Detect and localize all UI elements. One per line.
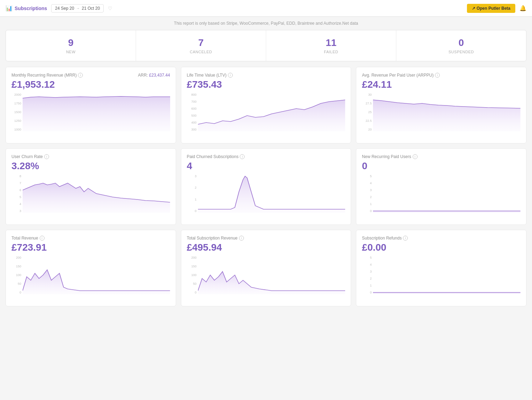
svg-marker-2	[373, 100, 521, 131]
info-icon[interactable]: i	[44, 154, 49, 159]
stat-failed: 11 FAILED	[266, 30, 396, 61]
stat-new: 9 NEW	[6, 30, 136, 61]
y-label: 1000	[14, 128, 21, 131]
y-label: 150	[16, 265, 21, 268]
cards-grid: Monthly Recurring Revenue (MRR) i ARR: £…	[0, 67, 532, 312]
notification-bell-icon[interactable]: 🔔	[519, 5, 526, 11]
card-title: Avg. Revenue Per Paid User (ARPPU) i	[362, 73, 440, 78]
favorite-button[interactable]: ♡	[108, 6, 112, 11]
card-title: Subscription Refunds i	[362, 236, 408, 241]
y-label: 2	[370, 277, 372, 280]
card-value: £0.00	[362, 242, 521, 253]
date-range-selector[interactable]: 24 Sep 20 → 21 Oct 20	[51, 4, 104, 13]
card-header: Avg. Revenue Per Paid User (ARPPU) i	[362, 73, 521, 78]
card-1: Life Time Value (LTV) i £735.43 80070060…	[181, 67, 351, 143]
y-label: 3	[370, 270, 372, 273]
card-header: Total Revenue i	[11, 236, 170, 241]
y-label: 20	[368, 128, 372, 131]
y-label: 700	[191, 100, 197, 103]
chart-area	[373, 174, 521, 213]
y-axis-labels: 3027.52522.520	[362, 93, 373, 131]
info-icon[interactable]: i	[228, 73, 233, 78]
card-header: User Churn Rate i	[11, 154, 170, 159]
chart-section: 543210	[362, 174, 521, 213]
info-bar: This report is only based on Stripe, Woo…	[0, 17, 532, 30]
stat-suspended-label: SUSPENDED	[400, 50, 523, 54]
info-icon[interactable]: i	[403, 236, 408, 241]
chart-section: 800700600500400300	[187, 93, 346, 131]
chart-area	[198, 93, 346, 131]
card-value: £495.94	[187, 242, 346, 253]
card-value: £723.91	[11, 242, 170, 253]
y-label: 150	[191, 265, 197, 268]
subscriptions-icon: 📊	[6, 5, 13, 11]
date-start: 24 Sep 20	[55, 6, 74, 11]
y-label: 3	[370, 188, 372, 192]
card-header: Total Subscription Revenue i	[187, 236, 346, 241]
stat-canceled: 7 CANCELED	[136, 30, 266, 61]
y-label: 0	[370, 209, 372, 213]
chart-area	[23, 93, 170, 131]
info-icon[interactable]: i	[240, 154, 245, 159]
open-putler-button[interactable]: ↗ Open Putler Beta	[467, 4, 515, 13]
y-label: 4	[370, 263, 372, 266]
stat-canceled-number: 7	[140, 37, 262, 48]
card-value: 0	[362, 160, 521, 172]
y-label: 22.5	[366, 119, 372, 123]
y-label: 0	[195, 209, 197, 213]
y-label: 2	[370, 195, 372, 199]
card-header: Subscription Refunds i	[362, 236, 521, 241]
chart-area	[373, 256, 521, 294]
info-icon[interactable]: i	[413, 154, 418, 159]
stats-row: 9 NEW 7 CANCELED 11 FAILED 0 SUSPENDED	[6, 30, 526, 61]
y-label: 1	[195, 198, 197, 201]
y-label: 30	[368, 93, 372, 96]
card-8: Subscription Refunds i £0.00 543210	[356, 230, 526, 306]
info-icon[interactable]: i	[239, 236, 244, 241]
y-label: 2000	[14, 93, 21, 96]
card-4: Paid Churned Subscriptions i 4 3210	[181, 148, 351, 225]
info-icon[interactable]: i	[78, 73, 83, 78]
card-value: £735.43	[187, 79, 346, 90]
header-right: ↗ Open Putler Beta 🔔	[467, 4, 526, 13]
y-label: 400	[191, 121, 197, 124]
card-5: New Recurring Paid Users i 0 543210	[356, 148, 526, 225]
y-axis-labels: 876543	[11, 174, 23, 213]
chart-area	[373, 93, 521, 131]
chart-section: 3210	[187, 174, 346, 213]
y-label: 0	[19, 291, 21, 294]
chart-section: 200150100500	[187, 256, 346, 294]
y-label: 1	[370, 202, 372, 206]
card-title: Paid Churned Subscriptions i	[187, 154, 245, 159]
stat-suspended-number: 0	[400, 37, 523, 48]
card-title: Life Time Value (LTV) i	[187, 73, 233, 78]
card-7: Total Subscription Revenue i £495.94 200…	[181, 230, 351, 306]
header-left: 📊 Subscriptions 24 Sep 20 → 21 Oct 20 ♡	[6, 4, 112, 13]
card-arr: ARR: £23,437.44	[138, 73, 170, 78]
y-axis-labels: 543210	[362, 174, 373, 213]
y-label: 6	[19, 188, 21, 192]
y-label: 5	[19, 195, 21, 199]
chart-area	[198, 256, 346, 294]
y-label: 4	[19, 202, 21, 206]
stat-failed-number: 11	[270, 37, 392, 48]
info-text: This report is only based on Stripe, Woo…	[174, 21, 358, 26]
y-label: 3	[195, 174, 197, 178]
svg-marker-4	[198, 176, 346, 213]
card-title: New Recurring Paid Users i	[362, 154, 417, 159]
chart-section: 543210	[362, 256, 521, 294]
info-icon[interactable]: i	[435, 73, 440, 78]
y-label: 3	[19, 209, 21, 213]
card-title: Total Revenue i	[11, 236, 45, 241]
stat-new-label: NEW	[9, 50, 132, 54]
stat-suspended: 0 SUSPENDED	[396, 30, 526, 61]
app-title: 📊 Subscriptions	[6, 5, 47, 11]
card-6: Total Revenue i £723.91 200150100500	[6, 230, 176, 306]
y-label: 100	[16, 273, 21, 277]
card-0: Monthly Recurring Revenue (MRR) i ARR: £…	[6, 67, 176, 143]
y-label: 1250	[14, 119, 21, 123]
card-header: Monthly Recurring Revenue (MRR) i ARR: £…	[11, 73, 170, 78]
info-icon[interactable]: i	[40, 236, 45, 241]
y-label: 2	[195, 186, 197, 189]
stat-failed-label: FAILED	[270, 50, 392, 54]
